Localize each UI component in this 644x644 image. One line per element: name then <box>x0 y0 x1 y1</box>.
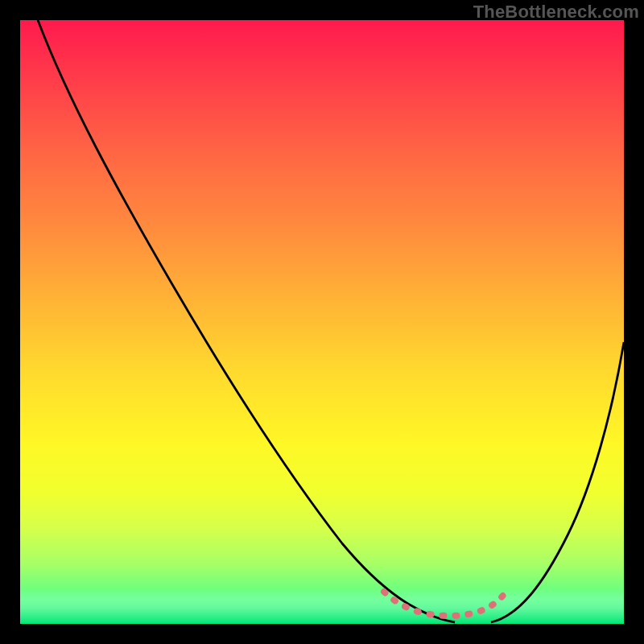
right-curve <box>491 342 624 622</box>
plot-area <box>20 20 624 624</box>
optimal-zone-dots <box>384 592 505 616</box>
watermark-text: TheBottleneck.com <box>473 2 639 23</box>
left-curve <box>38 20 455 622</box>
curve-layer <box>20 20 624 624</box>
